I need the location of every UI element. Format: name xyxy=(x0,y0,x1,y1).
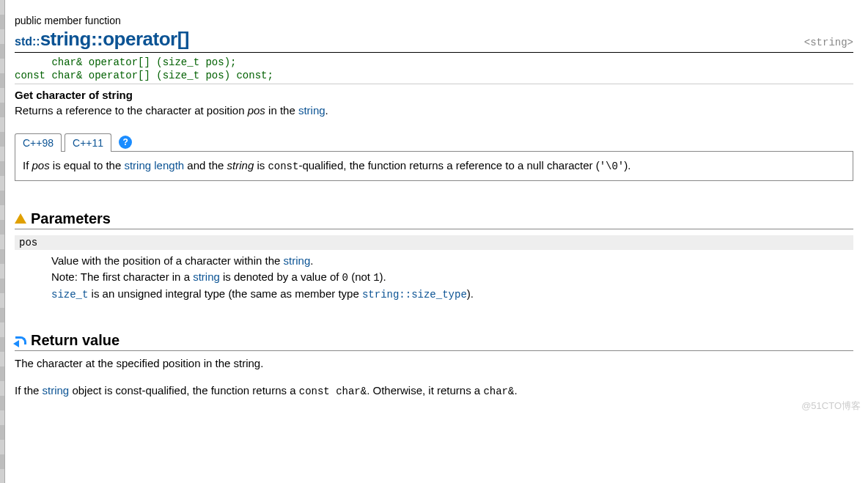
doc-page: public member function std::string::oper… xyxy=(0,0,868,417)
rv-text: . xyxy=(514,384,517,397)
version-tabs: C++98 C++11 ? xyxy=(15,133,853,151)
header-include: <string> xyxy=(804,37,853,48)
tc-em-pos: pos xyxy=(32,159,50,172)
parameter-list: pos Value with the position of a charact… xyxy=(15,235,853,303)
namespace: std:: xyxy=(15,35,40,48)
description: Returns a reference to the character at … xyxy=(15,104,853,117)
rv-code-constcharref: const char& xyxy=(299,386,367,397)
tc-text: is xyxy=(254,159,268,172)
desc-text: Returns a reference to the character at … xyxy=(15,104,248,117)
link-string[interactable]: string xyxy=(298,104,326,117)
pd-text: Note: The first character in a xyxy=(51,270,193,283)
tab-content: If pos is equal to the string length and… xyxy=(15,151,853,181)
help-icon[interactable]: ? xyxy=(119,136,132,149)
return-p1: The character at the specified position … xyxy=(15,355,853,372)
return-body: The character at the specified position … xyxy=(15,355,853,399)
watermark: @51CTO博客 xyxy=(801,399,861,413)
param-name-pos: pos xyxy=(15,235,853,250)
short-description: Get character of string xyxy=(15,89,853,101)
tab-cpp98[interactable]: C++98 xyxy=(15,133,62,152)
link-string-length[interactable]: string length xyxy=(124,159,184,172)
section-title-parameters: Parameters xyxy=(31,210,111,227)
return-icon xyxy=(15,336,26,345)
page-title: std::string::operator[] xyxy=(15,28,189,51)
category-label: public member function xyxy=(15,15,853,26)
section-header-parameters: Parameters xyxy=(15,210,853,229)
tc-text: -qualified, the function returns a refer… xyxy=(298,159,599,172)
section-parameters: Parameters pos Value with the position o… xyxy=(15,210,853,303)
pd-text: Value with the position of a character w… xyxy=(51,254,284,267)
tab-cpp11[interactable]: C++11 xyxy=(65,133,111,152)
tc-code-null: '\0' xyxy=(600,161,625,172)
pd-text: is an unsigned integral type (the same a… xyxy=(88,287,362,300)
param-desc-pos: Value with the position of a character w… xyxy=(51,253,853,303)
section-title-return: Return value xyxy=(31,332,119,349)
desc-text: . xyxy=(326,104,328,117)
pd-code-zero: 0 xyxy=(342,272,348,284)
title-row: std::string::operator[] <string> xyxy=(15,28,853,53)
params-icon xyxy=(15,213,26,224)
link-string[interactable]: string xyxy=(43,384,70,397)
pd-text: ). xyxy=(380,270,386,283)
tc-text: ). xyxy=(624,159,630,172)
link-size-t[interactable]: size_t xyxy=(51,289,88,301)
tc-em-string: string xyxy=(227,159,254,172)
pd-code-one: 1 xyxy=(373,272,379,284)
desc-text: in the xyxy=(265,104,298,117)
tc-text: is equal to the xyxy=(50,159,125,172)
section-header-return: Return value xyxy=(15,332,853,351)
prototype-block: char& operator[] (size_t pos); const cha… xyxy=(15,56,853,84)
rv-text: object is const-qualified, the function … xyxy=(69,384,299,397)
link-string[interactable]: string xyxy=(193,270,220,283)
rv-text: . Otherwise, it returns a xyxy=(367,384,483,397)
desc-emph-pos: pos xyxy=(248,104,265,117)
pd-text: (not xyxy=(348,270,373,283)
pd-text: is denoted by a value of xyxy=(220,270,342,283)
tc-code-const: const xyxy=(268,161,298,172)
return-p2: If the string object is const-qualified,… xyxy=(15,383,853,399)
section-return: Return value The character at the specif… xyxy=(15,332,853,399)
tc-text: and the xyxy=(184,159,227,172)
symbol-name: string::operator[] xyxy=(40,28,189,50)
pd-text: ). xyxy=(467,287,474,300)
rv-text: If the xyxy=(15,384,43,397)
tc-text: If xyxy=(23,159,32,172)
link-size-type[interactable]: string::size_type xyxy=(362,289,467,301)
pd-text: . xyxy=(310,254,313,267)
rv-code-charref: char& xyxy=(483,386,514,397)
link-string[interactable]: string xyxy=(284,254,311,267)
